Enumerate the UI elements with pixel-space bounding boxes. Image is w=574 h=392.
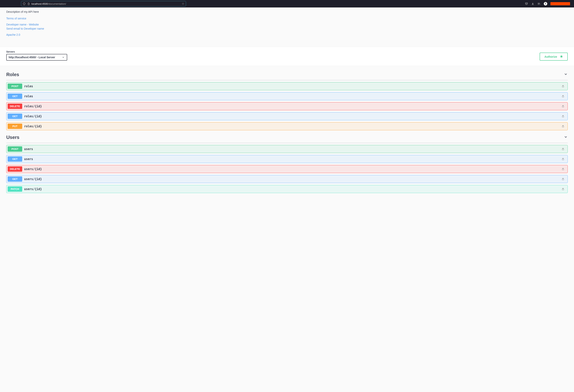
download-icon[interactable] xyxy=(531,2,534,5)
http-method-badge: GET xyxy=(8,176,22,182)
operation-path: roles/{id} xyxy=(24,114,559,118)
lock-open-icon[interactable] xyxy=(561,85,565,88)
servers-bar: Servers http://localhost:4500/ - Local S… xyxy=(0,47,574,66)
tag-title: Users xyxy=(6,135,20,140)
lock-open-icon[interactable] xyxy=(561,105,565,108)
shield-icon xyxy=(23,2,25,5)
http-method-badge: GET xyxy=(8,93,22,99)
operation-path: roles xyxy=(24,85,559,88)
license-link[interactable]: Apache 2.0 xyxy=(6,33,568,37)
http-method-badge: GET xyxy=(8,113,22,119)
redacted-area xyxy=(551,2,570,5)
url-text: localhost:4500/documentation/ xyxy=(31,2,180,5)
lock-open-icon[interactable] xyxy=(561,168,565,170)
lock-open-icon[interactable] xyxy=(561,115,565,118)
operation-post-roles[interactable]: POSTroles xyxy=(6,82,568,90)
operation-path: users/{id} xyxy=(24,167,559,171)
operation-path: users/{id} xyxy=(24,177,559,181)
authorize-label: Authorize xyxy=(544,55,557,58)
lock-open-icon[interactable] xyxy=(561,125,565,128)
http-method-badge: PUT xyxy=(8,124,22,129)
pocket-icon[interactable] xyxy=(525,2,528,5)
svg-line-2 xyxy=(539,3,540,4)
api-description: Description of my API here xyxy=(6,10,568,13)
operation-get-users-id-[interactable]: GETusers/{id} xyxy=(6,175,568,183)
operation-get-roles-id-[interactable]: GETroles/{id} xyxy=(6,112,568,120)
operation-get-roles[interactable]: GETroles xyxy=(6,92,568,100)
tag-header-roles[interactable]: Roles xyxy=(6,70,568,80)
operation-path: users xyxy=(24,157,559,161)
lock-open-icon[interactable] xyxy=(561,148,565,150)
operation-path: roles/{id} xyxy=(24,105,559,108)
operation-path: roles/{id} xyxy=(24,125,559,128)
operation-delete-roles-id-[interactable]: DELETEroles/{id} xyxy=(6,102,568,110)
lock-open-icon[interactable] xyxy=(561,178,565,181)
url-bar[interactable]: localhost:4500/documentation/ ☆ xyxy=(21,1,186,6)
library-icon[interactable] xyxy=(537,2,541,5)
operation-get-users[interactable]: GETusers xyxy=(6,155,568,163)
page-icon xyxy=(27,2,30,5)
operation-path: roles xyxy=(24,94,559,98)
http-method-badge: POST xyxy=(8,84,22,89)
operation-post-users[interactable]: POSTusers xyxy=(6,145,568,153)
chevron-down-icon xyxy=(564,135,568,140)
tag-section-roles: RolesPOSTrolesGETrolesDELETEroles/{id}GE… xyxy=(6,70,568,130)
lock-open-icon[interactable] xyxy=(561,95,565,98)
browser-toolbar-right: T xyxy=(525,2,570,5)
operation-put-roles-id-[interactable]: PUTroles/{id} xyxy=(6,122,568,130)
http-method-badge: DELETE xyxy=(8,166,22,172)
servers-label: Servers xyxy=(6,50,67,53)
lock-icon xyxy=(560,55,563,58)
operation-path: users xyxy=(24,147,559,151)
http-method-badge: POST xyxy=(8,146,22,152)
operation-delete-users-id-[interactable]: DELETEusers/{id} xyxy=(6,165,568,173)
lock-open-icon[interactable] xyxy=(561,158,565,161)
lock-open-icon[interactable] xyxy=(561,188,565,190)
api-info-section: Description of my API here Terms of serv… xyxy=(0,7,574,47)
browser-chrome: localhost:4500/documentation/ ☆ T xyxy=(0,0,574,7)
terms-of-service-link[interactable]: Terms of service xyxy=(6,17,568,21)
authorize-button[interactable]: Authorize xyxy=(540,53,568,61)
developer-website-link[interactable]: Developer name - Website xyxy=(6,22,568,27)
operation-patch-users-id-[interactable]: PATCHusers/{id} xyxy=(6,185,568,193)
tag-section-users: UsersPOSTusersGETusersDELETEusers/{id}GE… xyxy=(6,133,568,193)
bookmark-star-icon[interactable]: ☆ xyxy=(182,2,184,5)
profile-badge[interactable]: T xyxy=(544,2,547,5)
tag-title: Roles xyxy=(6,72,19,77)
operations-container: RolesPOSTrolesGETrolesDELETEroles/{id}GE… xyxy=(0,66,574,203)
tag-header-users[interactable]: Users xyxy=(6,133,568,143)
http-method-badge: PATCH xyxy=(8,187,22,192)
chevron-down-icon xyxy=(564,72,568,77)
http-method-badge: GET xyxy=(8,156,22,162)
http-method-badge: DELETE xyxy=(8,104,22,109)
servers-select[interactable]: http://localhost:4500/ - Local Server xyxy=(6,54,67,61)
developer-email-link[interactable]: Send email to Developer name xyxy=(6,27,568,31)
operation-path: users/{id} xyxy=(24,187,559,191)
